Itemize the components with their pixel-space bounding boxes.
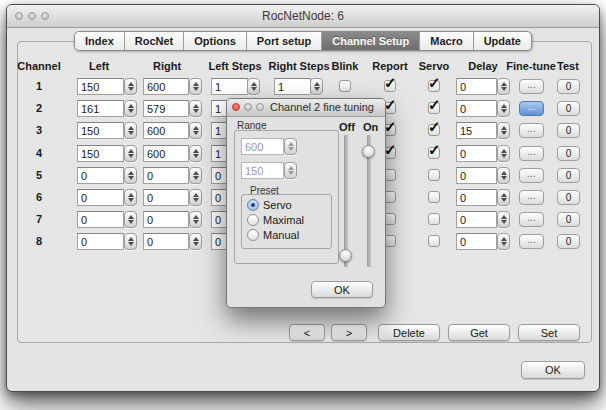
right-field[interactable]	[143, 100, 189, 117]
servo-checkbox[interactable]: ✓	[428, 147, 440, 159]
test-button[interactable]: 0	[557, 168, 580, 183]
delay-field[interactable]	[456, 145, 497, 162]
stepper-icon[interactable]	[189, 78, 202, 95]
fine-tune-button[interactable]: ...	[519, 190, 544, 205]
stepper-icon[interactable]	[124, 78, 137, 95]
test-button[interactable]: 0	[557, 123, 580, 138]
left-field[interactable]	[77, 145, 124, 162]
stepper-icon[interactable]	[497, 100, 510, 117]
stepper-icon[interactable]	[189, 122, 202, 139]
close-icon[interactable]	[232, 103, 240, 111]
delay-field[interactable]	[456, 233, 497, 250]
stepper-icon[interactable]	[497, 189, 510, 206]
test-button[interactable]: 0	[557, 190, 580, 205]
delay-field[interactable]	[456, 122, 497, 139]
stepper-icon[interactable]	[310, 78, 323, 95]
tab-options[interactable]: Options	[184, 32, 247, 50]
dialog-ok-button[interactable]: OK	[311, 281, 373, 298]
stepper-icon[interactable]	[497, 145, 510, 162]
tab-port-setup[interactable]: Port setup	[247, 32, 322, 50]
delay-field[interactable]	[456, 78, 497, 95]
stepper-icon[interactable]	[124, 189, 137, 206]
stepper-icon[interactable]	[189, 211, 202, 228]
delete-button[interactable]: Delete	[378, 324, 440, 341]
stepper-icon[interactable]	[497, 211, 510, 228]
left-field[interactable]	[77, 122, 124, 139]
minimize-icon[interactable]	[244, 103, 252, 111]
right-field[interactable]	[143, 233, 189, 250]
fine-tune-button[interactable]: ...	[519, 234, 544, 249]
stepper-icon[interactable]	[189, 233, 202, 250]
servo-checkbox[interactable]: ✓	[428, 102, 440, 114]
tab-channel-setup[interactable]: Channel Setup	[322, 32, 420, 50]
stepper-icon[interactable]	[189, 167, 202, 184]
left-field[interactable]	[77, 167, 124, 184]
radio-manual-label[interactable]: Manual	[263, 229, 299, 241]
stepper-icon[interactable]	[124, 167, 137, 184]
next-channel-button[interactable]: >	[331, 324, 367, 341]
servo-checkbox[interactable]: ✓	[428, 235, 440, 247]
stepper-icon[interactable]	[124, 211, 137, 228]
stepper-icon[interactable]	[497, 122, 510, 139]
fine-tune-button[interactable]: ...	[519, 79, 544, 94]
fine-tune-button[interactable]: ...	[519, 101, 544, 116]
off-slider[interactable]	[344, 135, 348, 267]
stepper-icon[interactable]	[284, 138, 297, 155]
test-button[interactable]: 0	[557, 234, 580, 249]
off-slider-thumb[interactable]	[339, 249, 352, 262]
fine-tune-button[interactable]: ...	[519, 212, 544, 227]
right-field[interactable]	[143, 167, 189, 184]
right-field[interactable]	[143, 211, 189, 228]
stepper-icon[interactable]	[124, 100, 137, 117]
stepper-icon[interactable]	[189, 100, 202, 117]
set-button[interactable]: Set	[518, 324, 580, 341]
left-field[interactable]	[77, 211, 124, 228]
right-field[interactable]	[143, 145, 189, 162]
servo-checkbox[interactable]: ✓	[428, 169, 440, 181]
stepper-icon[interactable]	[284, 162, 297, 179]
test-button[interactable]: 0	[557, 101, 580, 116]
test-button[interactable]: 0	[557, 79, 580, 94]
blink-checkbox[interactable]: ✓	[339, 80, 351, 92]
stepper-icon[interactable]	[497, 233, 510, 250]
stepper-icon[interactable]	[124, 145, 137, 162]
window-titlebar[interactable]: RocNetNode: 6	[7, 5, 599, 28]
stepper-icon[interactable]	[124, 122, 137, 139]
stepper-icon[interactable]	[497, 167, 510, 184]
radio-maximal[interactable]	[247, 214, 259, 226]
servo-checkbox[interactable]: ✓	[428, 124, 440, 136]
delay-field[interactable]	[456, 189, 497, 206]
tab-index[interactable]: Index	[75, 32, 125, 50]
prev-channel-button[interactable]: <	[289, 324, 325, 341]
servo-checkbox[interactable]: ✓	[428, 191, 440, 203]
tab-rocnet[interactable]: RocNet	[125, 32, 185, 50]
report-checkbox[interactable]: ✓	[384, 80, 396, 92]
stepper-icon[interactable]	[189, 189, 202, 206]
delay-field[interactable]	[456, 167, 497, 184]
left-field[interactable]	[77, 189, 124, 206]
stepper-icon[interactable]	[497, 78, 510, 95]
servo-checkbox[interactable]: ✓	[428, 80, 440, 92]
fine-tune-button[interactable]: ...	[519, 146, 544, 161]
delay-field[interactable]	[456, 100, 497, 117]
dialog-titlebar[interactable]: Channel 2 fine tuning	[227, 99, 385, 117]
test-button[interactable]: 0	[557, 146, 580, 161]
fine-tune-button[interactable]: ...	[519, 123, 544, 138]
right-steps-field[interactable]	[274, 78, 311, 95]
stepper-icon[interactable]	[124, 233, 137, 250]
right-field[interactable]	[143, 189, 189, 206]
radio-maximal-label[interactable]: Maximal	[263, 214, 304, 226]
range-upper-field[interactable]	[241, 138, 284, 155]
range-lower-field[interactable]	[241, 162, 284, 179]
servo-checkbox[interactable]: ✓	[428, 213, 440, 225]
tab-macro[interactable]: Macro	[420, 32, 473, 50]
right-field[interactable]	[143, 122, 189, 139]
get-button[interactable]: Get	[448, 324, 510, 341]
left-field[interactable]	[77, 233, 124, 250]
radio-servo[interactable]	[247, 199, 259, 211]
right-field[interactable]	[143, 78, 189, 95]
radio-servo-label[interactable]: Servo	[263, 199, 292, 211]
stepper-icon[interactable]	[247, 78, 260, 95]
fine-tune-button[interactable]: ...	[519, 168, 544, 183]
ok-button[interactable]: OK	[521, 361, 585, 379]
